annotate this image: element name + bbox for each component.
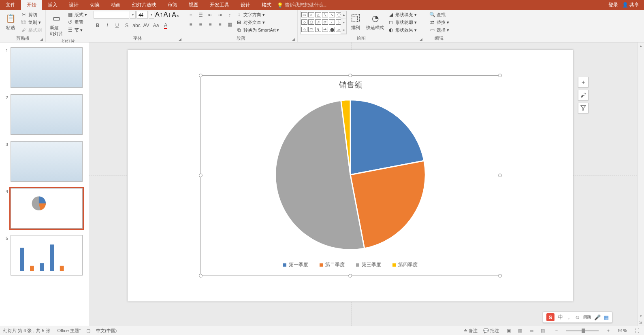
resize-handle-bm[interactable] xyxy=(348,274,352,278)
tab-design[interactable]: 设计 xyxy=(63,0,84,10)
align-right-button[interactable]: ≡ xyxy=(206,20,214,28)
convert-smartart-button[interactable]: ⧉转换为 SmartArt ▾ xyxy=(235,26,280,34)
ime-mode[interactable]: 中 xyxy=(558,314,563,321)
italic-button[interactable]: I xyxy=(103,21,111,30)
zoom-out-button[interactable]: − xyxy=(552,327,561,334)
vertical-scrollbar[interactable]: ▴ ▾ ⇲ xyxy=(637,42,644,326)
drawing-dialog-launcher[interactable]: ◢ xyxy=(420,37,422,41)
increase-font-icon[interactable]: A↑ xyxy=(155,11,163,19)
shape-fill-button[interactable]: ◢形状填充 ▾ xyxy=(386,11,418,18)
zoom-level[interactable]: 91% xyxy=(618,328,627,333)
font-name-dropdown[interactable]: ▾ xyxy=(130,11,136,19)
copy-button[interactable]: ⿻复制 ▾ xyxy=(19,19,43,26)
ime-keyboard-icon[interactable]: ⌨ xyxy=(583,314,591,320)
gallery-up-icon[interactable]: ▴ xyxy=(341,11,346,19)
chart-styles-button[interactable]: 🖌 xyxy=(578,90,589,100)
chart-title[interactable]: 销售额 xyxy=(201,80,500,90)
scroll-page-icon[interactable]: ⇲ xyxy=(638,319,644,326)
change-case-button[interactable]: Aa xyxy=(152,21,160,30)
share-button[interactable]: 👤 共享 xyxy=(622,2,639,8)
find-button[interactable]: 🔍查找 xyxy=(428,11,450,18)
new-slide-button[interactable]: ▭ 新建 幻灯片 xyxy=(48,11,65,38)
resize-handle-tm[interactable] xyxy=(348,74,352,77)
scroll-up-icon[interactable]: ▴ xyxy=(638,42,644,49)
select-button[interactable]: ▭选择 ▾ xyxy=(428,26,450,34)
bold-button[interactable]: B xyxy=(94,21,102,30)
slide-thumbnail-1[interactable] xyxy=(11,47,83,88)
format-painter-button[interactable]: 🖌格式刷 xyxy=(19,26,43,34)
slide-thumbnail-4[interactable] xyxy=(11,188,83,229)
resize-handle-br[interactable] xyxy=(498,274,502,278)
ime-grid-icon[interactable]: ▦ xyxy=(604,314,609,320)
line-spacing-button[interactable]: ↕ xyxy=(226,11,234,19)
arrange-button[interactable]: ⿹排列 xyxy=(348,11,364,32)
sorter-view-button[interactable]: ▦ xyxy=(516,327,524,334)
shape-outline-button[interactable]: ◻形状轮廓 ▾ xyxy=(386,19,418,26)
align-center-button[interactable]: ≡ xyxy=(196,20,205,28)
shape-gallery[interactable]: ▭○△╲↘⬠ ◇⬡↗⟳{} ☆⬭↯⮕⬤▱ ▴▾≡ xyxy=(300,11,347,34)
ime-punct[interactable]: ， xyxy=(566,314,571,321)
justify-button[interactable]: ≡ xyxy=(216,20,224,28)
gallery-down-icon[interactable]: ▾ xyxy=(341,19,346,27)
resize-handle-mr[interactable] xyxy=(498,174,502,177)
slide-thumbnail-5[interactable] xyxy=(11,235,83,276)
gallery-more-icon[interactable]: ≡ xyxy=(341,26,346,34)
tab-home[interactable]: 开始 xyxy=(21,0,42,10)
resize-handle-ml[interactable] xyxy=(199,174,203,177)
clipboard-dialog-launcher[interactable]: ◢ xyxy=(40,37,43,41)
cut-button[interactable]: ✂剪切 xyxy=(19,11,43,18)
align-text-button[interactable]: ⊟对齐文本 ▾ xyxy=(235,19,280,26)
ime-mic-icon[interactable]: 🎤 xyxy=(594,314,601,320)
decrease-indent-button[interactable]: ⇤ xyxy=(206,11,214,19)
tell-me-input[interactable]: 💡告诉我您想做什么... xyxy=(277,2,328,8)
zoom-slider[interactable] xyxy=(566,330,599,331)
chart-add-element-button[interactable]: + xyxy=(578,77,589,87)
tab-transitions[interactable]: 切换 xyxy=(84,0,105,10)
font-color-button[interactable]: A xyxy=(162,21,170,30)
reading-view-button[interactable]: ▭ xyxy=(527,327,535,334)
layout-button[interactable]: ▦版式 ▾ xyxy=(66,11,88,18)
tab-view[interactable]: 视图 xyxy=(183,0,204,10)
normal-view-button[interactable]: ▣ xyxy=(505,327,513,334)
shape-effects-button[interactable]: ◐形状效果 ▾ xyxy=(386,26,418,34)
numbering-button[interactable]: ☰ xyxy=(196,11,205,19)
spell-check-icon[interactable]: ▢ xyxy=(86,328,90,333)
pie-chart[interactable] xyxy=(271,96,429,254)
quick-styles-button[interactable]: ◔快速样式 xyxy=(365,11,386,32)
slideshow-view-button[interactable]: ▤ xyxy=(539,327,547,334)
tab-review[interactable]: 审阅 xyxy=(162,0,183,10)
underline-button[interactable]: U xyxy=(113,21,121,30)
resize-handle-tr[interactable] xyxy=(498,74,502,77)
zoom-in-button[interactable]: + xyxy=(604,327,612,334)
ime-logo-icon[interactable]: S xyxy=(546,313,554,321)
decrease-font-icon[interactable]: A↓ xyxy=(164,11,171,19)
resize-handle-tl[interactable] xyxy=(199,74,203,77)
columns-button[interactable]: ▦ xyxy=(226,20,234,28)
bullets-button[interactable]: ≡ xyxy=(187,11,195,19)
scroll-down-icon[interactable]: ▾ xyxy=(638,313,644,319)
section-button[interactable]: ☰节 ▾ xyxy=(66,26,88,34)
language-indicator[interactable]: 中文(中国) xyxy=(96,328,117,334)
notes-button[interactable]: ≐ 备注 xyxy=(464,328,478,334)
increase-indent-button[interactable]: ⇥ xyxy=(216,11,224,19)
font-size-input[interactable] xyxy=(136,11,148,19)
strikethrough-button[interactable]: abc xyxy=(132,21,141,30)
chart-object[interactable]: 销售额 第一季度 第二季度 第三季度 第四季度 xyxy=(200,75,500,276)
paragraph-dialog-launcher[interactable]: ◢ xyxy=(292,37,295,41)
chart-filter-button[interactable] xyxy=(578,103,589,113)
align-left-button[interactable]: ≡ xyxy=(187,20,195,28)
slide-edit-area[interactable]: 销售额 第一季度 第二季度 第三季度 第四季度 + 🖌 xyxy=(89,42,637,326)
paste-button[interactable]: 📋 粘贴 xyxy=(2,11,19,32)
fit-window-button[interactable]: ⛶ xyxy=(633,327,641,334)
tab-chart-design[interactable]: 设计 xyxy=(235,0,256,10)
clear-format-icon[interactable]: Aₓ xyxy=(172,11,179,19)
chart-legend[interactable]: 第一季度 第二季度 第三季度 第四季度 xyxy=(201,261,500,268)
resize-handle-bl[interactable] xyxy=(199,274,203,278)
ime-emoji-icon[interactable]: ☺ xyxy=(575,314,580,320)
tab-devtools[interactable]: 开发工具 xyxy=(204,0,235,10)
tab-slideshow[interactable]: 幻灯片放映 xyxy=(126,0,162,10)
tab-animations[interactable]: 动画 xyxy=(105,0,126,10)
font-name-input[interactable] xyxy=(94,11,129,19)
slide-canvas[interactable]: 销售额 第一季度 第二季度 第三季度 第四季度 xyxy=(128,50,573,301)
tab-format[interactable]: 格式 xyxy=(256,0,277,10)
